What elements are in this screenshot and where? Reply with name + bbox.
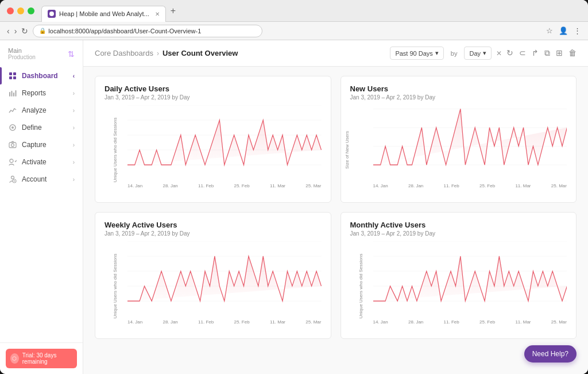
env-selector: Main Production: [8, 47, 36, 60]
svg-rect-4: [13, 76, 16, 79]
chart-inner-monthly: 0 1 2 3 4 14. Jan 28: [373, 241, 567, 330]
toolbar-icons: ↻ ⊂ ↱ ⧉ ⊞ 🗑: [506, 48, 577, 58]
activate-icon: [8, 157, 17, 167]
date-range-filter[interactable]: Past 90 Days ▾: [390, 47, 443, 60]
capture-icon: [8, 140, 17, 149]
activate-arrow: ›: [73, 159, 75, 165]
profile-icon[interactable]: 👤: [559, 26, 568, 35]
x-labels-monthly: 14. Jan 28. Jan 11. Feb 25. Feb 11. Mar …: [373, 318, 567, 325]
breadcrumb-parent[interactable]: Core Dashboards: [95, 49, 153, 57]
sidebar-item-reports[interactable]: Reports ›: [0, 84, 83, 102]
trial-badge[interactable]: ⬡ Trial: 30 days remaining: [6, 349, 77, 368]
clear-filter-button[interactable]: ✕: [496, 49, 502, 57]
chart-title-daily: Daily Active Users: [105, 84, 322, 93]
dashboard-grid: Daily Active Users Jan 3, 2019 – Apr 2, …: [83, 67, 588, 374]
chart-subtitle-new: Jan 3, 2019 – Apr 2, 2019 by Day: [350, 94, 567, 101]
x-labels-daily: 14. Jan 28. Jan 11. Feb 25. Feb 11. Mar …: [127, 182, 322, 188]
tab-title: Heap | Mobile and Web Analyt...: [59, 10, 149, 17]
breadcrumb-separator: ›: [157, 49, 159, 57]
bookmark-icon[interactable]: ☆: [546, 26, 553, 35]
svg-point-14: [11, 176, 14, 179]
reload-button[interactable]: ↻: [21, 26, 28, 36]
chart-area-daily: Unique Users who did Sessions: [105, 105, 322, 194]
chart-inner-weekly: 0 1 2 3 4 14. Jan 28: [127, 241, 322, 330]
menu-icon[interactable]: ⋮: [574, 26, 581, 35]
granularity-filter[interactable]: Day ▾: [464, 47, 492, 60]
forward-button[interactable]: ›: [14, 26, 17, 36]
close-button[interactable]: [7, 7, 14, 14]
reports-label: Reports: [22, 89, 46, 97]
maximize-button[interactable]: [28, 7, 34, 14]
app-body: Main Production ⇅ Dash: [0, 40, 588, 374]
sidebar-item-activate[interactable]: Activate ›: [0, 153, 83, 171]
granularity-label: Day: [469, 50, 481, 57]
main-content: Core Dashboards › User Count Overview Pa…: [83, 40, 588, 374]
dashboard-arrow: ‹: [73, 73, 75, 79]
breadcrumb: Core Dashboards › User Count Overview: [95, 49, 238, 57]
svg-rect-1: [9, 72, 12, 75]
svg-rect-5: [9, 92, 10, 97]
sidebar-footer: ⬡ Trial: 30 days remaining: [0, 342, 83, 374]
need-help-button[interactable]: Need Help?: [524, 345, 577, 363]
dashboard-label: Dashboard: [22, 72, 58, 80]
sidebar-item-account[interactable]: Account ›: [0, 171, 83, 188]
analyze-icon: [8, 106, 17, 115]
svg-rect-2: [13, 72, 16, 75]
chart-subtitle-weekly: Jan 3, 2019 – Apr 2, 2019 by Day: [105, 230, 322, 237]
minimize-button[interactable]: [17, 7, 24, 14]
chart-inner-daily: 0 1 2 3 4 14. Jan: [127, 105, 322, 194]
url-text: localhost:8000/app/dashboard/User-Count-…: [48, 28, 201, 34]
chart-monthly-active: Monthly Active Users Jan 3, 2019 – Apr 2…: [341, 212, 577, 339]
delete-icon[interactable]: 🗑: [568, 48, 577, 58]
define-arrow: ›: [73, 125, 75, 131]
share-icon[interactable]: ⊂: [519, 48, 526, 58]
settings-icon[interactable]: ⊞: [556, 48, 563, 58]
capture-label: Capture: [22, 141, 47, 149]
x-labels-new: 14. Jan 28. Jan 11. Feb 25. Feb 11. Mar …: [373, 182, 567, 188]
chart-area-monthly: Unique Users who did Sessions: [350, 241, 567, 330]
analyze-arrow: ›: [73, 107, 75, 114]
breadcrumb-current: User Count Overview: [163, 49, 238, 57]
account-icon: [8, 175, 17, 184]
filter-by-label: by: [448, 50, 460, 57]
tab-close-button[interactable]: ✕: [155, 11, 160, 17]
refresh-icon[interactable]: ↻: [506, 48, 513, 58]
svg-rect-3: [9, 76, 12, 79]
new-tab-button[interactable]: +: [171, 6, 176, 16]
svg-point-0: [49, 11, 54, 16]
reports-arrow: ›: [73, 90, 75, 97]
y-label-monthly: Unique Users who did Sessions: [358, 253, 363, 318]
lock-icon: 🔒: [39, 28, 46, 34]
sidebar-item-analyze[interactable]: Analyze ›: [0, 102, 83, 119]
sidebar-item-dashboard[interactable]: Dashboard ‹: [0, 67, 83, 84]
chart-svg-daily: 0 1 2 3 4: [127, 105, 322, 180]
svg-point-10: [11, 126, 14, 129]
capture-arrow: ›: [73, 142, 75, 148]
sidebar-env-label: Main: [8, 47, 36, 54]
active-browser-tab[interactable]: Heap | Mobile and Web Analyt... ✕: [41, 6, 166, 22]
chart-title-monthly: Monthly Active Users: [350, 221, 567, 229]
svg-rect-8: [16, 90, 17, 97]
charts-container: Daily Active Users Jan 3, 2019 – Apr 2, …: [95, 76, 577, 339]
duplicate-icon[interactable]: ⧉: [544, 48, 550, 58]
chart-area-weekly: Unique Users who did Sessions: [105, 241, 322, 330]
chart-svg-weekly: 0 1 2 3 4: [127, 241, 322, 316]
topbar-actions: Past 90 Days ▾ by Day ▾ ✕ ↻ ⊂ ↱ ⧉ ⊞: [390, 47, 577, 60]
chart-title-weekly: Weekly Active Users: [105, 221, 322, 229]
back-button[interactable]: ‹: [7, 26, 10, 36]
sidebar-expand-icon[interactable]: ⇅: [68, 49, 75, 59]
sidebar-header: Main Production ⇅: [0, 40, 83, 65]
sidebar-item-define[interactable]: Define ›: [0, 119, 83, 136]
tab-favicon: [48, 10, 56, 18]
svg-point-12: [11, 144, 14, 146]
sidebar-item-capture[interactable]: Capture ›: [0, 136, 83, 153]
y-label-weekly: Unique Users who did Sessions: [113, 253, 118, 318]
address-field[interactable]: 🔒 localhost:8000/app/dashboard/User-Coun…: [33, 25, 262, 37]
chart-weekly-active: Weekly Active Users Jan 3, 2019 – Apr 2,…: [95, 212, 331, 339]
trial-icon: ⬡: [10, 353, 19, 364]
export-icon[interactable]: ↱: [532, 48, 539, 58]
sidebar-env-sub: Production: [8, 54, 36, 60]
y-label-new: Size of New Users: [345, 131, 350, 169]
chart-subtitle-daily: Jan 3, 2019 – Apr 2, 2019 by Day: [105, 94, 322, 101]
account-label: Account: [22, 175, 47, 183]
